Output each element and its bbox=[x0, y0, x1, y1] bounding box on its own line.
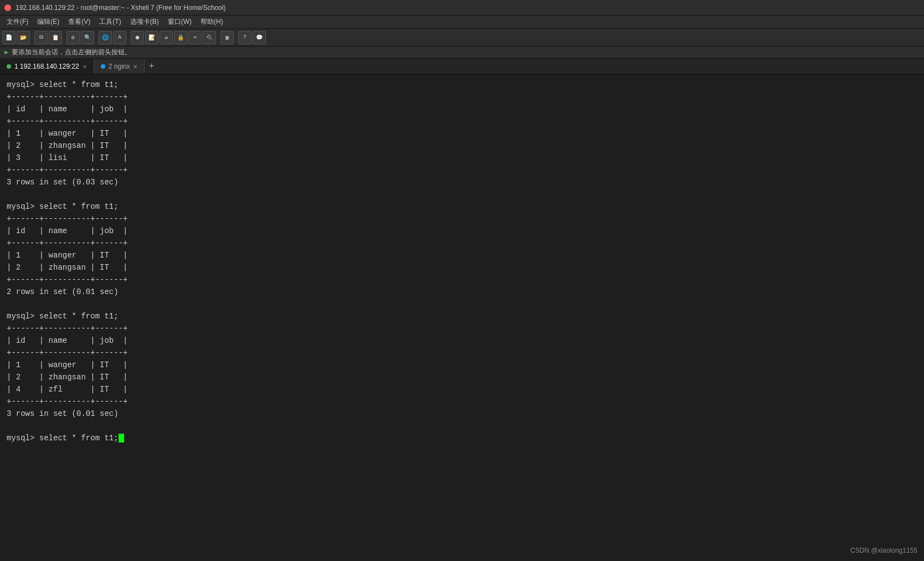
toolbar-search[interactable]: 🔍 bbox=[81, 31, 94, 44]
toolbar-settings[interactable]: ⚙ bbox=[66, 31, 80, 44]
toolbar-paste[interactable]: 📋 bbox=[49, 31, 62, 44]
menu-view[interactable]: 查看(V) bbox=[64, 17, 95, 27]
toolbar-layout[interactable]: ▦ bbox=[220, 31, 234, 44]
menu-tabs[interactable]: 选项卡(B) bbox=[126, 17, 163, 27]
notification-bar: ▶ 要添加当前会话，点击左侧的箭头按钮。 bbox=[0, 47, 924, 59]
toolbar-script[interactable]: 📝 bbox=[145, 31, 158, 44]
tab-2[interactable]: 2 nginx ✕ bbox=[94, 59, 145, 74]
menu-window[interactable]: 窗口(W) bbox=[163, 17, 196, 27]
notification-icon: ▶ bbox=[4, 48, 8, 56]
tab-close-1[interactable]: ✕ bbox=[83, 64, 87, 70]
menu-edit[interactable]: 编辑(E) bbox=[33, 17, 64, 27]
menu-bar: 文件(F) 编辑(E) 查看(V) 工具(T) 选项卡(B) 窗口(W) 帮助(… bbox=[0, 16, 924, 29]
notification-text: 要添加当前会话，点击左侧的箭头按钮。 bbox=[12, 48, 131, 57]
terminal-content: mysql> select * from t1; +------+-------… bbox=[7, 79, 917, 444]
watermark: CSDN @xiaolong1155 bbox=[850, 544, 917, 557]
menu-help[interactable]: 帮助(H) bbox=[196, 17, 228, 27]
tab-status-icon-1 bbox=[7, 64, 11, 69]
toolbar-keyboard[interactable]: ⌨ bbox=[188, 31, 202, 44]
toolbar-record[interactable]: ⏺ bbox=[131, 31, 144, 44]
close-button[interactable] bbox=[4, 4, 11, 11]
menu-file[interactable]: 文件(F) bbox=[2, 17, 33, 27]
tab-close-2[interactable]: ✕ bbox=[133, 64, 137, 70]
toolbar-font[interactable]: A bbox=[113, 31, 126, 44]
toolbar-connect[interactable]: 🔌 bbox=[203, 31, 216, 44]
toolbar: 📄 📂 ⧉ 📋 ⚙ 🔍 🌐 A ⏺ 📝 ⇄ 🔒 ⌨ 🔌 ▦ ? 💬 bbox=[0, 29, 924, 47]
toolbar-new[interactable]: 📄 bbox=[2, 31, 16, 44]
tab-label-1: 1 192.168.140.129:22 bbox=[14, 63, 79, 70]
window-title: 192.168.140.129:22 - root@master:~ - Xsh… bbox=[16, 4, 225, 12]
toolbar-extra[interactable]: 💬 bbox=[253, 31, 266, 44]
window-controls bbox=[4, 4, 11, 11]
tab-1[interactable]: 1 192.168.140.129:22 ✕ bbox=[0, 59, 94, 74]
menu-tools[interactable]: 工具(T) bbox=[95, 17, 125, 27]
terminal[interactable]: mysql> select * from t1; +------+-------… bbox=[0, 74, 924, 561]
tab-add-button[interactable]: + bbox=[145, 59, 158, 74]
toolbar-globe[interactable]: 🌐 bbox=[99, 31, 112, 44]
toolbar-xftp[interactable]: ⇄ bbox=[160, 31, 173, 44]
tab-bar: 1 192.168.140.129:22 ✕ 2 nginx ✕ + bbox=[0, 59, 924, 74]
toolbar-help[interactable]: ? bbox=[238, 31, 251, 44]
tab-status-icon-2 bbox=[101, 64, 105, 69]
toolbar-open[interactable]: 📂 bbox=[17, 31, 30, 44]
tab-label-2: 2 nginx bbox=[109, 63, 130, 70]
toolbar-copy[interactable]: ⧉ bbox=[34, 31, 48, 44]
title-bar: 192.168.140.129:22 - root@master:~ - Xsh… bbox=[0, 0, 924, 16]
toolbar-lock[interactable]: 🔒 bbox=[174, 31, 187, 44]
